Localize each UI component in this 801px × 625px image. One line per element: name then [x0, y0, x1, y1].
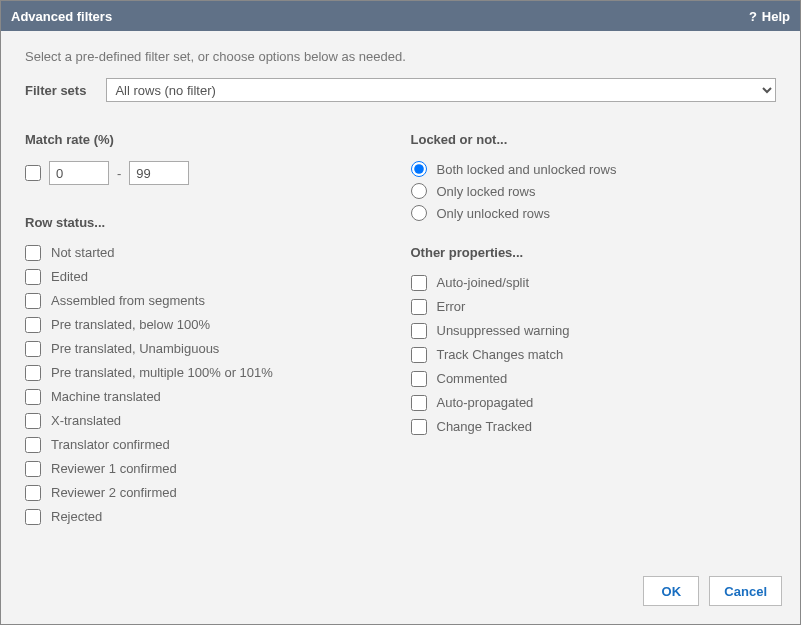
locked-radio-group: Both locked and unlocked rows Only locke…: [411, 161, 777, 221]
row-status-item[interactable]: Translator confirmed: [25, 436, 391, 454]
match-rate-to-input[interactable]: [129, 161, 189, 185]
other-item[interactable]: Commented: [411, 370, 777, 388]
ok-button[interactable]: OK: [643, 576, 699, 606]
other-item[interactable]: Auto-propagated: [411, 394, 777, 412]
row-status-checkbox[interactable]: [25, 245, 41, 261]
dialog-content: Select a pre-defined filter set, or choo…: [1, 31, 800, 564]
other-item[interactable]: Change Tracked: [411, 418, 777, 436]
row-status-item[interactable]: Not started: [25, 244, 391, 262]
intro-text: Select a pre-defined filter set, or choo…: [25, 49, 776, 64]
row-status-checkbox[interactable]: [25, 485, 41, 501]
row-status-label: Translator confirmed: [51, 436, 170, 454]
other-item[interactable]: Error: [411, 298, 777, 316]
other-checkbox[interactable]: [411, 275, 427, 291]
titlebar: Advanced filters ? Help: [1, 1, 800, 31]
other-item[interactable]: Track Changes match: [411, 346, 777, 364]
row-status-item[interactable]: Edited: [25, 268, 391, 286]
other-item[interactable]: Auto-joined/split: [411, 274, 777, 292]
other-checkbox[interactable]: [411, 323, 427, 339]
help-icon: ?: [749, 9, 757, 24]
locked-label: Both locked and unlocked rows: [437, 162, 617, 177]
row-status-label: Rejected: [51, 508, 102, 526]
cancel-button[interactable]: Cancel: [709, 576, 782, 606]
row-status-label: Not started: [51, 244, 115, 262]
row-status-label: Assembled from segments: [51, 292, 205, 310]
row-status-item[interactable]: Machine translated: [25, 388, 391, 406]
row-status-item[interactable]: Pre translated, multiple 100% or 101%: [25, 364, 391, 382]
row-status-checkbox[interactable]: [25, 365, 41, 381]
other-list: Auto-joined/split Error Unsuppressed war…: [411, 274, 777, 436]
row-status-checkbox[interactable]: [25, 509, 41, 525]
row-status-label: Reviewer 2 confirmed: [51, 484, 177, 502]
locked-option[interactable]: Only unlocked rows: [411, 205, 777, 221]
other-checkbox[interactable]: [411, 419, 427, 435]
other-checkbox[interactable]: [411, 371, 427, 387]
locked-label: Only unlocked rows: [437, 206, 550, 221]
row-status-checkbox[interactable]: [25, 413, 41, 429]
row-status-item[interactable]: X-translated: [25, 412, 391, 430]
row-status-label: Pre translated, multiple 100% or 101%: [51, 364, 273, 382]
locked-radio[interactable]: [411, 161, 427, 177]
other-label: Auto-joined/split: [437, 274, 530, 292]
row-status-label: Machine translated: [51, 388, 161, 406]
dialog-title: Advanced filters: [11, 9, 112, 24]
row-status-checkbox[interactable]: [25, 437, 41, 453]
locked-label: Only locked rows: [437, 184, 536, 199]
row-status-label: Pre translated, Unambiguous: [51, 340, 219, 358]
row-status-item[interactable]: Pre translated, Unambiguous: [25, 340, 391, 358]
other-checkbox[interactable]: [411, 347, 427, 363]
row-status-checkbox[interactable]: [25, 461, 41, 477]
other-label: Track Changes match: [437, 346, 564, 364]
locked-radio[interactable]: [411, 205, 427, 221]
filtersets-select[interactable]: All rows (no filter): [106, 78, 776, 102]
row-status-item[interactable]: Rejected: [25, 508, 391, 526]
row-status-checkbox[interactable]: [25, 317, 41, 333]
other-item[interactable]: Unsuppressed warning: [411, 322, 777, 340]
row-status-item[interactable]: Reviewer 2 confirmed: [25, 484, 391, 502]
other-title: Other properties...: [411, 245, 777, 260]
advanced-filters-dialog: Advanced filters ? Help Select a pre-def…: [0, 0, 801, 625]
other-checkbox[interactable]: [411, 395, 427, 411]
locked-radio[interactable]: [411, 183, 427, 199]
match-rate-title: Match rate (%): [25, 132, 391, 147]
other-checkbox[interactable]: [411, 299, 427, 315]
filtersets-label: Filter sets: [25, 83, 86, 98]
match-rate-enable-checkbox[interactable]: [25, 165, 41, 181]
help-label: Help: [762, 9, 790, 24]
filtersets-row: Filter sets All rows (no filter): [25, 78, 776, 102]
row-status-label: X-translated: [51, 412, 121, 430]
row-status-checkbox[interactable]: [25, 293, 41, 309]
row-status-checkbox[interactable]: [25, 389, 41, 405]
row-status-checkbox[interactable]: [25, 341, 41, 357]
match-rate-from-input[interactable]: [49, 161, 109, 185]
row-status-item[interactable]: Assembled from segments: [25, 292, 391, 310]
row-status-label: Reviewer 1 confirmed: [51, 460, 177, 478]
dialog-footer: OK Cancel: [1, 564, 800, 624]
left-column: Match rate (%) - Row status... Not start…: [25, 132, 391, 526]
other-label: Change Tracked: [437, 418, 532, 436]
row-status-item[interactable]: Pre translated, below 100%: [25, 316, 391, 334]
match-rate-dash: -: [117, 166, 121, 181]
row-status-label: Edited: [51, 268, 88, 286]
row-status-item[interactable]: Reviewer 1 confirmed: [25, 460, 391, 478]
match-rate-row: -: [25, 161, 391, 185]
row-status-title: Row status...: [25, 215, 391, 230]
right-column: Locked or not... Both locked and unlocke…: [411, 132, 777, 526]
other-label: Unsuppressed warning: [437, 322, 570, 340]
locked-option[interactable]: Both locked and unlocked rows: [411, 161, 777, 177]
locked-option[interactable]: Only locked rows: [411, 183, 777, 199]
other-label: Auto-propagated: [437, 394, 534, 412]
row-status-checkbox[interactable]: [25, 269, 41, 285]
other-label: Commented: [437, 370, 508, 388]
columns: Match rate (%) - Row status... Not start…: [25, 132, 776, 526]
row-status-label: Pre translated, below 100%: [51, 316, 210, 334]
row-status-list: Not started Edited Assembled from segmen…: [25, 244, 391, 526]
other-label: Error: [437, 298, 466, 316]
help-link[interactable]: ? Help: [749, 9, 790, 24]
locked-title: Locked or not...: [411, 132, 777, 147]
